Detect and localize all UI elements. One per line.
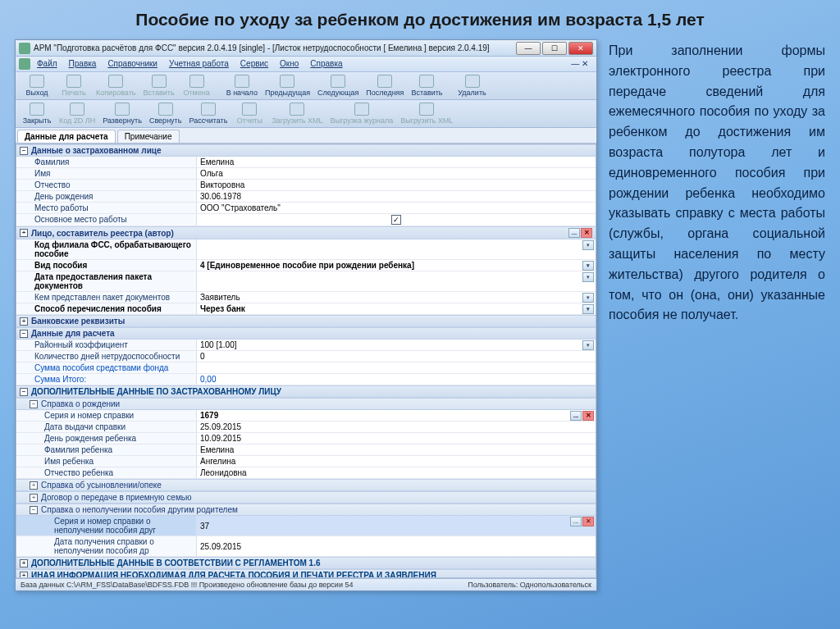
value-surname[interactable]: Емелина	[197, 157, 596, 167]
value-workplace[interactable]: ООО "Страхователь"	[197, 203, 596, 213]
section-reg16[interactable]: +ДОПОЛНИТЕЛЬНЫЕ ДАННЫЕ В СООТВЕТСТВИИ С …	[16, 557, 596, 569]
section-adopt[interactable]: +Справка об усыновлении/опеке	[16, 479, 596, 491]
dropdown-icon[interactable]: ▾	[582, 293, 594, 303]
tool-exit[interactable]: Выход	[19, 74, 55, 98]
section-other-info[interactable]: +ИНАЯ ИНФОРМАЦИЯ НЕОБХОДИМАЯ ДЛЯ РАСЧЕТА…	[16, 569, 596, 578]
close-button[interactable]: ✕	[568, 42, 593, 55]
collapse-icon[interactable]: −	[20, 330, 28, 338]
clear-button[interactable]: ✕	[582, 517, 594, 526]
label-days: Количество дней нетрудоспособности	[16, 351, 197, 362]
expand-icon[interactable]: +	[20, 572, 28, 579]
menu-service[interactable]: Сервис	[235, 58, 273, 70]
dropdown-icon[interactable]: ▾	[582, 272, 594, 282]
tool-calc[interactable]: Рассчитать	[185, 102, 231, 125]
value-docs-by[interactable]: Заявитель▾	[197, 292, 596, 303]
section-foster[interactable]: +Договор о передаче в приемную семью	[16, 491, 596, 504]
value-child-patr[interactable]: Леонидовна	[197, 467, 596, 478]
value-name[interactable]: Ольга	[197, 168, 596, 179]
expand-icon[interactable]: +	[20, 559, 28, 567]
value-coef[interactable]: 100 [1.00]▾	[197, 340, 596, 350]
section-extra-insured[interactable]: −ДОПОЛНИТЕЛЬНЫЕ ДАННЫЕ ПО ЗАСТРАХОВАННОМ…	[16, 385, 596, 398]
section-birth-cert[interactable]: −Справка о рождении	[16, 398, 596, 410]
menu-references[interactable]: Справочники	[103, 58, 162, 70]
clear-button[interactable]: ✕	[582, 411, 594, 421]
tool-first[interactable]: В начало	[223, 74, 261, 98]
menu-window[interactable]: Окно	[275, 58, 304, 70]
menu-file[interactable]: Файл	[32, 58, 62, 70]
value-sum-fund[interactable]	[197, 362, 596, 373]
tab-note[interactable]: Примечание	[117, 130, 180, 143]
value-fss-code[interactable]: ▾	[197, 239, 596, 259]
collapse-icon[interactable]: −	[30, 400, 38, 408]
label-fss-code: Код филиала ФСС, обрабатывающего пособие	[16, 239, 197, 259]
section-author[interactable]: +Лицо, составитель реестра (автор)...✕	[16, 226, 596, 239]
lookup-button[interactable]: ...	[570, 411, 582, 421]
value-child-surname[interactable]: Емелина	[197, 444, 596, 455]
app-menu-icon[interactable]	[19, 58, 30, 70]
lookup-button[interactable]: ...	[568, 228, 580, 238]
menu-edit[interactable]: Правка	[64, 58, 102, 70]
dropdown-icon[interactable]: ▾	[582, 304, 594, 314]
value-op-date[interactable]: 25.09.2015	[197, 536, 596, 556]
section-calc[interactable]: −Данные для расчета	[16, 327, 596, 340]
tool-next[interactable]: Следующая	[314, 74, 362, 98]
collapse-icon[interactable]: −	[20, 388, 28, 396]
cancel-icon	[189, 75, 204, 88]
checkbox-main-work[interactable]: ✓	[391, 215, 401, 225]
expand-icon[interactable]: +	[30, 494, 38, 502]
value-days[interactable]: 0	[197, 351, 596, 362]
tab-data[interactable]: Данные для расчета	[17, 130, 116, 143]
expand-icon[interactable]: +	[20, 229, 28, 237]
tool-delete[interactable]: Удалить	[454, 74, 491, 98]
tool-cancel[interactable]: Отмена	[179, 74, 215, 98]
value-child-bday[interactable]: 10.09.2015	[197, 433, 596, 444]
value-cert-num[interactable]: 1679...✕	[197, 410, 596, 421]
clear-button[interactable]: ✕	[581, 228, 592, 238]
tool-journal[interactable]: Выгрузка журнала	[327, 102, 397, 125]
tool-print[interactable]: Печать	[56, 74, 92, 98]
value-op-cert[interactable]: 37...✕	[197, 516, 596, 536]
maximize-button[interactable]: ☐	[542, 42, 567, 55]
label-sum-fund[interactable]: Сумма пособия средствами фонда	[16, 362, 197, 373]
tool-close[interactable]: Закрыть	[19, 102, 55, 125]
dropdown-icon[interactable]: ▾	[582, 261, 594, 271]
value-child-name[interactable]: Ангелина	[197, 456, 596, 467]
value-cert-date[interactable]: 25.09.2015	[197, 422, 596, 432]
menu-accounting[interactable]: Учетная работа	[164, 58, 234, 70]
section-other-parent[interactable]: −Справка о неполучении пособия другим ро…	[16, 504, 596, 516]
value-pay-method[interactable]: Через банк▾	[197, 303, 596, 314]
dropdown-icon[interactable]: ▾	[582, 240, 594, 250]
mdi-close-button[interactable]: — ✕	[566, 58, 593, 70]
value-main-work[interactable]: ✓	[197, 214, 596, 226]
collapse-icon[interactable]: −	[20, 147, 28, 155]
tool-collapse[interactable]: Свернуть	[146, 102, 185, 125]
tool-paste[interactable]: Вставить	[139, 74, 177, 98]
label-child-bday: День рождения ребенка	[16, 433, 197, 444]
menu-help[interactable]: Справка	[305, 58, 347, 70]
value-patronymic[interactable]: Викторовна	[197, 180, 596, 190]
value-docs-date[interactable]: ▾	[197, 271, 596, 291]
tool-code2d[interactable]: Код 2D ЛН	[56, 102, 98, 125]
section-bank[interactable]: +Банковские реквизиты	[16, 315, 596, 327]
tool-reports[interactable]: Отчеты	[231, 102, 267, 125]
load-xml-icon	[290, 103, 304, 116]
tool-copy[interactable]: Копировать	[93, 74, 139, 98]
tool-loadxml[interactable]: Загрузить XML	[268, 102, 326, 125]
minimize-button[interactable]: —	[516, 42, 541, 55]
tool-expand[interactable]: Развернуть	[99, 102, 145, 125]
value-birthday[interactable]: 30.06.1978	[197, 191, 596, 202]
export-xml-icon	[419, 103, 434, 116]
collapse-icon[interactable]: −	[30, 506, 38, 514]
label-patronymic: Отчество	[16, 180, 197, 190]
tool-exportxml[interactable]: Выгрузить XML	[397, 102, 456, 125]
tool-prev[interactable]: Предыдущая	[262, 74, 313, 98]
expand-icon[interactable]: +	[30, 481, 38, 490]
dropdown-icon[interactable]: ▾	[582, 340, 594, 350]
lookup-button[interactable]: ...	[570, 517, 582, 526]
label-birthday: День рождения	[16, 191, 197, 202]
tool-last[interactable]: Последняя	[363, 74, 407, 98]
section-insured[interactable]: −Данные о застрахованном лице	[16, 144, 596, 157]
tool-insert[interactable]: Вставить	[408, 74, 445, 98]
expand-icon[interactable]: +	[20, 317, 28, 326]
value-benefit-type[interactable]: 4 [Единовременное пособие при рождении р…	[197, 260, 596, 271]
